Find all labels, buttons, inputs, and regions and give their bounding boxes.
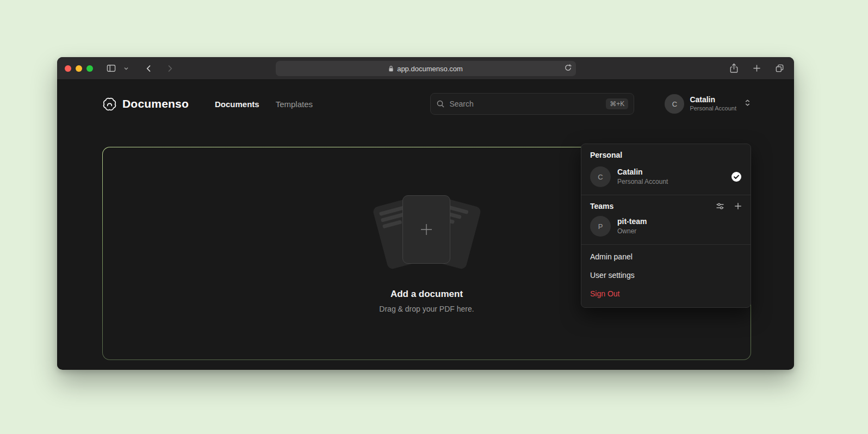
documents-illustration: [364, 194, 489, 269]
personal-section-label: Personal: [581, 144, 751, 162]
reload-icon: [564, 64, 572, 72]
brand-name: Documenso: [122, 97, 189, 110]
manage-teams-button[interactable]: [716, 202, 724, 210]
chevron-right-icon: [165, 64, 174, 73]
dropzone-title: Add a document: [390, 289, 463, 300]
reload-button[interactable]: [564, 64, 572, 73]
plus-icon: [418, 221, 435, 238]
traffic-lights: [65, 65, 93, 72]
nav-templates[interactable]: Templates: [276, 100, 313, 109]
minimize-window-button[interactable]: [76, 65, 82, 72]
app-header: Documenso Documents Templates ⌘+K C Cata…: [57, 80, 794, 128]
main-nav: Documents Templates: [215, 100, 313, 109]
back-button[interactable]: [142, 61, 156, 76]
teams-section-label: Teams: [590, 202, 613, 210]
forward-button[interactable]: [163, 61, 177, 76]
browser-window: app.documenso.com: [57, 57, 794, 370]
avatar: P: [590, 216, 611, 237]
sidebar-toggle-button[interactable]: [104, 61, 118, 76]
sidebar-icon: [106, 63, 116, 73]
zoom-window-button[interactable]: [86, 65, 93, 72]
app-page: Documenso Documents Templates ⌘+K C Cata…: [57, 80, 794, 369]
sidebar-chevron-button[interactable]: [119, 61, 133, 76]
create-team-button[interactable]: [734, 202, 742, 210]
menu-item-admin-panel[interactable]: Admin panel: [581, 247, 751, 266]
search-icon: [436, 100, 445, 108]
team-item[interactable]: P pit-team Owner: [581, 214, 751, 244]
account-item-name: Catalin: [617, 167, 668, 177]
nav-documents[interactable]: Documents: [215, 100, 259, 109]
share-button[interactable]: [727, 61, 741, 76]
plus-icon: [753, 64, 761, 72]
browser-toolbar: app.documenso.com: [57, 57, 794, 80]
chevron-down-icon: [123, 66, 129, 71]
url-text: app.documenso.com: [397, 65, 463, 73]
account-item-subtitle: Personal Account: [617, 177, 668, 186]
search-bar[interactable]: ⌘+K: [430, 93, 634, 115]
settings-sliders-icon: [716, 202, 724, 210]
chevron-up-down-icon: [744, 98, 751, 107]
document-card-add: [402, 195, 450, 264]
lock-icon: [388, 65, 394, 72]
documenso-logo-icon: [102, 97, 117, 111]
account-name: Catalin: [690, 95, 736, 105]
tabs-icon: [775, 64, 784, 73]
chevron-left-icon: [145, 64, 153, 73]
account-subtitle: Personal Account: [690, 105, 736, 113]
search-shortcut-badge: ⌘+K: [606, 98, 628, 109]
brand[interactable]: Documenso: [102, 97, 189, 111]
check-circle-icon: [731, 171, 742, 182]
tab-overview-button[interactable]: [772, 61, 786, 76]
menu-item-sign-out[interactable]: Sign Out: [581, 284, 751, 303]
account-dropdown-menu: Personal C Catalin Personal Account Team…: [581, 144, 751, 308]
avatar: C: [665, 94, 684, 114]
account-menu-trigger[interactable]: C Catalin Personal Account: [665, 94, 751, 114]
personal-account-item[interactable]: C Catalin Personal Account: [581, 162, 751, 195]
dropzone-subtitle: Drag & drop your PDF here.: [379, 305, 474, 313]
search-input[interactable]: [449, 100, 602, 108]
avatar: C: [590, 166, 611, 187]
team-item-subtitle: Owner: [617, 227, 647, 235]
close-window-button[interactable]: [65, 65, 71, 72]
menu-item-user-settings[interactable]: User settings: [581, 266, 751, 284]
address-bar[interactable]: app.documenso.com: [276, 61, 576, 76]
plus-icon: [734, 202, 742, 210]
new-tab-button[interactable]: [749, 61, 764, 76]
share-icon: [729, 63, 739, 73]
team-item-name: pit-team: [617, 216, 647, 227]
